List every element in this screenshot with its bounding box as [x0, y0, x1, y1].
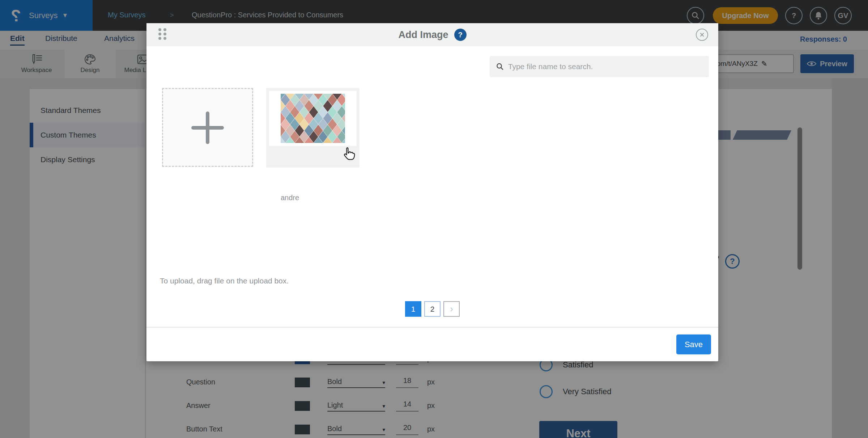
- modal-help-icon[interactable]: ?: [454, 29, 467, 41]
- chevron-right-icon: ›: [450, 303, 453, 315]
- image-name-label: andre: [281, 194, 299, 202]
- search-input[interactable]: [508, 62, 702, 71]
- modal-header: Add Image ?: [146, 23, 718, 46]
- image-thumbnail: [269, 91, 357, 146]
- next-page-button[interactable]: ›: [443, 301, 460, 317]
- save-button[interactable]: Save: [676, 334, 711, 354]
- add-image-modal: Add Image ? × andre: [146, 23, 718, 361]
- hand-cursor-icon: [340, 146, 356, 162]
- file-search-box[interactable]: [490, 56, 709, 77]
- mosaic-photo: [281, 94, 345, 143]
- upload-dropzone[interactable]: [162, 88, 253, 167]
- plus-icon: [191, 126, 224, 130]
- save-label: Save: [685, 340, 703, 349]
- close-icon[interactable]: ×: [696, 29, 708, 41]
- upload-hint-text: To upload, drag file on the upload box.: [160, 277, 289, 285]
- question-glyph: ?: [458, 31, 462, 39]
- drag-handle-icon[interactable]: [158, 28, 168, 41]
- page-button-2[interactable]: 2: [424, 301, 441, 317]
- pagination: 1 2 ›: [146, 301, 718, 317]
- page-button-1[interactable]: 1: [405, 301, 421, 317]
- search-icon: [496, 63, 504, 71]
- footer-divider: [146, 327, 718, 328]
- app-screen: ? Surveys ▼ My Surveys > QuestionPro : S…: [0, 0, 868, 438]
- modal-title: Add Image: [398, 29, 448, 41]
- close-glyph: ×: [699, 30, 705, 39]
